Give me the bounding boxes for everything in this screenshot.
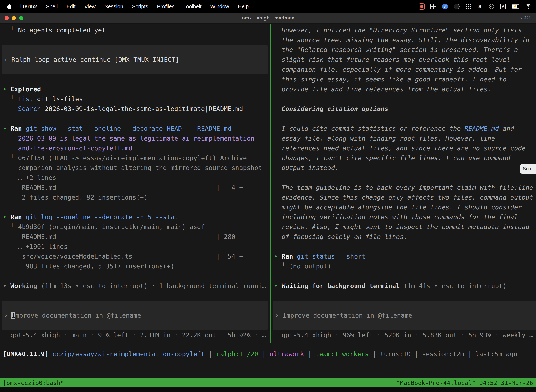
- blank-line: [0, 35, 270, 45]
- terminal-line: However, I noticed the "Directory Struct…: [271, 25, 536, 35]
- input-source-icon[interactable]: A: [500, 3, 506, 10]
- grid-icon[interactable]: [431, 3, 436, 10]
- terminal-line: companion file, especially if more comme…: [271, 65, 536, 75]
- terminal-line: references need actual files, and since …: [271, 143, 536, 153]
- terminal-line: 1903 files changed, 513517 insertions(+): [0, 261, 270, 271]
- terminal-line: Search 2026-03-09-is-legal-the-same-as-l…: [0, 104, 270, 114]
- apple-icon: [7, 4, 12, 9]
- tmux-session-label: [omx-cczip0:bash*: [3, 378, 64, 387]
- compass-icon[interactable]: [442, 3, 448, 10]
- terminal-line: • Waiting for background terminal (1m 41…: [271, 281, 536, 291]
- terminal-line: slight risk that future readers may over…: [271, 55, 536, 65]
- menu-item-session[interactable]: Session: [100, 4, 128, 9]
- pane-divider: [270, 23, 271, 343]
- blank-line: [271, 271, 536, 281]
- terminal-line: • Explored: [0, 84, 270, 94]
- terminal-line: Considering citation options: [271, 104, 536, 114]
- terminal-line: output instead.: [271, 163, 536, 173]
- terminal-line: 2 files changed, 92 insertions(+): [0, 192, 270, 202]
- terminal-line: changes, I can't cite specific file line…: [271, 153, 536, 163]
- terminal-line: companion analysis without altering the …: [0, 163, 270, 173]
- blank-line: [271, 242, 536, 252]
- terminal-line: the source tree, missing the essay. Stil…: [271, 35, 536, 45]
- terminal-line: and-the-erosion-of-copyleft.md: [0, 143, 270, 153]
- blank-line: [271, 94, 536, 104]
- terminal-line: this single essay, it seems like a good …: [271, 75, 536, 84]
- tmux-status-bar: [omx-cczip0:bash* "MacBook-Pro-44.local"…: [0, 378, 536, 387]
- tmux-host-clock: "MacBook-Pro-44.local" 04:52 31-Mar-26: [396, 378, 533, 387]
- window-shortcut: ⌥⌘1: [519, 13, 531, 23]
- omx-status-line: [OMX#0.11.9] cczip/essay/ai-reimplementa…: [0, 349, 517, 359]
- blank-line: [271, 291, 536, 301]
- menu-item-help[interactable]: Help: [234, 4, 253, 9]
- terminal-line: └ (no output): [271, 261, 536, 271]
- terminal-line: … +2 lines: [0, 173, 270, 183]
- screen-recording-icon[interactable]: [419, 3, 425, 10]
- prompt-input[interactable]: › Improve documentation in @filename: [2, 301, 268, 330]
- terminal-line: might be acceptable alongside the file l…: [271, 202, 536, 212]
- battery-icon[interactable]: ⚡: [512, 3, 519, 10]
- bottom-gap: [0, 387, 536, 392]
- terminal-line: provide file and line references from th…: [271, 84, 536, 94]
- menu-item-view[interactable]: View: [80, 4, 100, 9]
- terminal-line: … +1901 lines: [0, 242, 270, 252]
- terminal-line: 2026-03-09-is-legal-the-same-as-legitima…: [0, 134, 270, 143]
- left-pane: └ No agents completed yet› Ralph loop ac…: [0, 23, 270, 340]
- ralph-loop-banner: › Ralph loop active continue [OMX_TMUX_I…: [2, 45, 268, 75]
- menu-item-window[interactable]: Window: [206, 4, 234, 9]
- terminal-line: • Ran git show --stat --oneline --decora…: [0, 124, 270, 134]
- menu-bar: iTerm2ShellEditViewSessionScriptsProfile…: [0, 0, 536, 13]
- app-circle-icon[interactable]: [454, 3, 460, 10]
- terminal-line: gpt-5.4 xhigh · main · 91% left · 2.31M …: [0, 330, 270, 340]
- blank-line: [271, 173, 536, 183]
- menu-item-profiles[interactable]: Profiles: [153, 4, 179, 9]
- wifi-icon[interactable]: [525, 3, 531, 10]
- terminal-line: • Ran git log --oneline --decorate -n 5 …: [0, 212, 270, 222]
- blank-line: [0, 202, 270, 212]
- terminal-line: including verification notes with those …: [271, 212, 536, 222]
- right-pane: However, I noticed the "Directory Struct…: [271, 23, 536, 340]
- menu-bar-left: iTerm2ShellEditViewSessionScriptsProfile…: [5, 4, 253, 9]
- menu-bar-status-icons: 861A⚡: [419, 3, 531, 10]
- blank-line: [0, 271, 270, 281]
- meter-icon[interactable]: 61: [488, 3, 494, 10]
- figure-eight-icon[interactable]: 8: [477, 3, 483, 10]
- terminal-line: evidence. Since this change only affects…: [271, 192, 536, 202]
- terminal-line: › Improve documentation in @filename: [273, 311, 412, 320]
- terminal: └ No agents completed yet› Ralph loop ac…: [0, 23, 536, 392]
- terminal-line: README.md | 280 +: [0, 232, 270, 242]
- terminal-line: └ 067f154 (HEAD -> essay/ai-reimplementa…: [0, 153, 270, 163]
- terminal-line: • Working (11m 13s • esc to interrupt) ·…: [0, 281, 270, 291]
- screen-button[interactable]: Scre: [520, 164, 536, 173]
- prompt-input[interactable]: › Improve documentation in @filename: [273, 301, 536, 330]
- blank-line: [0, 291, 270, 301]
- terminal-line: src/voice/voiceModeEnabled.ts | 54 +: [0, 252, 270, 261]
- terminal-line: essay file, along with finding root file…: [271, 134, 536, 143]
- blank-line: [0, 114, 270, 124]
- terminal-line: └ 4b9d30f (origin/main, instructkr/main,…: [0, 222, 270, 232]
- terminal-line: › Improve documentation in @filename: [2, 311, 141, 320]
- menu-item-iterm2[interactable]: iTerm2: [16, 4, 42, 9]
- window-title-bar: omx --xhigh --madmax ⌥⌘1: [0, 13, 536, 23]
- terminal-line: └ No agents completed yet: [0, 25, 270, 35]
- blank-line: [0, 75, 270, 84]
- terminal-line: the "Related research writing" section i…: [271, 45, 536, 55]
- window-title: omx --xhigh --madmax: [0, 13, 536, 23]
- terminal-line: review. Also, I might want to inspect th…: [271, 222, 536, 232]
- terminal-line: • Ran git status --short: [271, 252, 536, 261]
- menu-item-edit[interactable]: Edit: [62, 4, 80, 9]
- apple-menu[interactable]: [5, 4, 16, 9]
- menu-item-toolbelt[interactable]: Toolbelt: [179, 4, 206, 9]
- terminal-line: gpt-5.4 xhigh · 96% left · 520K in · 5.8…: [271, 330, 536, 340]
- terminal-line: › Ralph loop active continue [OMX_TMUX_I…: [2, 55, 179, 65]
- dots-grid-icon[interactable]: [465, 3, 471, 10]
- terminal-line: README.md | 4 +: [0, 183, 270, 192]
- terminal-line: of focusing solely on file lines.: [271, 232, 536, 242]
- terminal-line: The team guideline is to back every impo…: [271, 183, 536, 192]
- menu-item-shell[interactable]: Shell: [42, 4, 62, 9]
- blank-line: [271, 114, 536, 124]
- terminal-line: I could cite commit statistics or refere…: [271, 124, 536, 134]
- terminal-line: └ List git ls-files: [0, 94, 270, 104]
- menu-item-scripts[interactable]: Scripts: [128, 4, 153, 9]
- screen: iTerm2ShellEditViewSessionScriptsProfile…: [0, 0, 536, 392]
